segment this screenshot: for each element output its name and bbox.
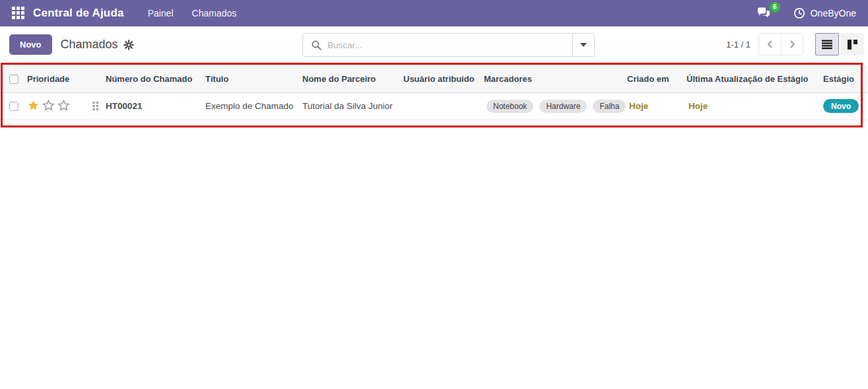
activities-icon bbox=[793, 7, 805, 19]
column-usuario[interactable]: Usuário atribuído bbox=[403, 65, 484, 92]
stage-badge: Novo bbox=[823, 99, 859, 113]
column-prioridade[interactable]: Prioridade bbox=[27, 65, 88, 92]
caret-down-icon bbox=[580, 43, 587, 47]
created-on: Hoje bbox=[629, 101, 648, 111]
prev-page-icon bbox=[765, 39, 776, 50]
column-estagio[interactable]: Estágio bbox=[823, 65, 868, 92]
menu-painel[interactable]: Painel bbox=[139, 1, 183, 26]
breadcrumb-area: Novo Chamados bbox=[9, 34, 134, 55]
menu-chamados[interactable]: Chamados bbox=[183, 1, 246, 26]
table-header: Prioridade Número do Chamado Título Nome… bbox=[0, 65, 868, 92]
page: Central de Ajuda Painel Chamados 6 OneBy… bbox=[0, 0, 868, 389]
view-switcher bbox=[815, 33, 864, 55]
tickets-table: Prioridade Número do Chamado Título Nome… bbox=[0, 65, 868, 120]
top-navbar: Central de Ajuda Painel Chamados 6 OneBy… bbox=[0, 0, 868, 26]
pager-next-button[interactable] bbox=[781, 34, 803, 55]
column-ultima-atualizacao[interactable]: Última Atualização de Estágio bbox=[686, 65, 823, 92]
assigned-user bbox=[403, 92, 484, 120]
tags-cell: NotebookHardwareFalha bbox=[484, 92, 627, 120]
messages-count-badge: 6 bbox=[770, 2, 780, 13]
column-parceiro[interactable]: Nome do Parceiro bbox=[302, 65, 403, 92]
select-all-checkbox[interactable] bbox=[9, 75, 18, 84]
apps-grid-icon[interactable] bbox=[9, 5, 26, 22]
control-panel: Novo Chamados bbox=[0, 26, 868, 65]
table-row[interactable]: HT00021 Exemplo de Chamado Tutorial da S… bbox=[0, 92, 868, 120]
settings-gear-icon[interactable] bbox=[123, 40, 134, 50]
next-page-icon bbox=[787, 39, 797, 50]
column-handle bbox=[88, 65, 106, 92]
column-titulo[interactable]: Título bbox=[205, 65, 302, 92]
partner-name: Tutorial da Silva Junior bbox=[302, 92, 403, 120]
search-filters-toggle[interactable] bbox=[572, 34, 594, 56]
tag-pill: Falha bbox=[593, 100, 626, 113]
drag-handle-icon[interactable] bbox=[88, 101, 106, 111]
kanban-view-icon bbox=[848, 40, 857, 50]
priority-stars[interactable] bbox=[27, 99, 70, 112]
tag-pill: Hardware bbox=[539, 100, 587, 113]
last-stage-update: Hoje bbox=[688, 101, 708, 111]
search-input[interactable] bbox=[327, 40, 572, 50]
column-marcadores[interactable]: Marcadores bbox=[484, 65, 627, 92]
messages-button[interactable]: 6 bbox=[750, 3, 779, 24]
ticket-number: HT00021 bbox=[106, 101, 143, 111]
pager-buttons bbox=[758, 33, 803, 55]
topbar-right: 6 OneByOne bbox=[750, 3, 859, 24]
list-view-icon bbox=[822, 40, 832, 50]
page-title: Chamados bbox=[61, 38, 118, 52]
apps-grid-icon-svg bbox=[12, 7, 24, 19]
search-icon bbox=[303, 40, 327, 51]
app-title[interactable]: Central de Ajuda bbox=[33, 7, 124, 20]
ticket-title: Exemplo de Chamado bbox=[205, 92, 302, 120]
user-name: OneByOne bbox=[811, 8, 856, 18]
new-button[interactable]: Novo bbox=[9, 34, 52, 55]
kanban-view-button[interactable] bbox=[840, 33, 864, 55]
pager-previous-button[interactable] bbox=[759, 34, 781, 55]
tag-pill: Notebook bbox=[486, 100, 533, 113]
row-checkbox[interactable] bbox=[9, 102, 18, 111]
column-numero[interactable]: Número do Chamado bbox=[106, 65, 205, 92]
pager-and-views: 1-1 / 1 bbox=[726, 33, 864, 55]
search-box bbox=[302, 33, 595, 57]
column-criado-em[interactable]: Criado em bbox=[627, 65, 686, 92]
pager-range[interactable]: 1-1 / 1 bbox=[726, 40, 751, 50]
list-view-button[interactable] bbox=[815, 33, 839, 55]
user-menu[interactable]: OneByOne bbox=[788, 3, 859, 23]
